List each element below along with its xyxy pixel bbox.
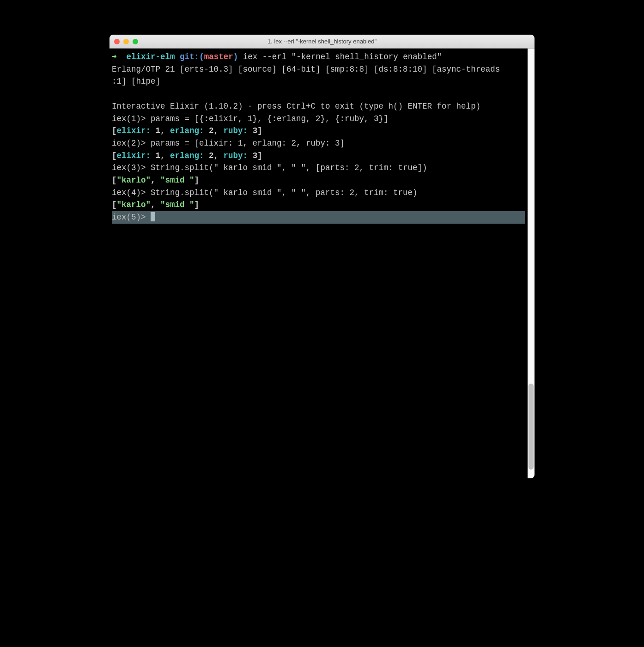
branch-paren-close: ) <box>233 52 238 61</box>
sep: , <box>151 200 160 209</box>
str-val: "smid " <box>160 176 194 185</box>
git-branch: master <box>204 52 233 61</box>
cursor-icon <box>151 212 155 221</box>
kw-key: elixir: <box>117 151 151 160</box>
list-open: [ <box>112 126 117 135</box>
sep: , <box>160 126 170 135</box>
branch-paren-open: ( <box>199 52 204 61</box>
iex-input-1: params = [{:elixir, 1}, {:erlang, 2}, {:… <box>146 114 389 123</box>
kw-key: erlang: <box>170 126 204 135</box>
list-open: [ <box>112 176 117 185</box>
sep: , <box>214 151 224 160</box>
iex-prompt-1: iex(1)> <box>112 114 146 123</box>
kw-val: 2 <box>204 126 214 135</box>
list-close: ] <box>257 126 262 135</box>
close-window-button[interactable] <box>114 39 120 44</box>
maximize-window-button[interactable] <box>133 39 138 44</box>
titlebar[interactable]: 1. iex --erl "-kernel shell_history enab… <box>109 35 535 49</box>
sep: , <box>151 176 160 185</box>
list-close: ] <box>257 151 262 160</box>
list-close: ] <box>194 200 200 209</box>
kw-key: ruby: <box>224 126 248 135</box>
list-open: [ <box>112 200 117 209</box>
iex-prompt-3: iex(3)> <box>112 163 146 172</box>
list-close: ] <box>194 176 200 185</box>
prompt-arrow-icon: ➜ <box>112 52 117 61</box>
iex-input-4: String.split(" karlo smid ", " ", parts:… <box>146 188 418 197</box>
cwd-label: elixir-elm <box>127 52 175 61</box>
kw-val: 1 <box>151 151 160 160</box>
list-open: [ <box>112 151 117 160</box>
erlang-banner: Erlang/OTP 21 [erts-10.3] [source] [64-b… <box>112 65 500 86</box>
iex-input-3: String.split(" karlo smid ", " ", [parts… <box>146 163 427 172</box>
iex-prompt-5: iex(5)> <box>112 213 151 222</box>
kw-val: 1 <box>151 126 160 135</box>
kw-key: erlang: <box>170 151 204 160</box>
sep: , <box>160 151 170 160</box>
kw-key: elixir: <box>117 126 151 135</box>
terminal-window: 1. iex --erl "-kernel shell_history enab… <box>109 35 535 478</box>
iex-input-2: params = [elixir: 1, erlang: 2, ruby: 3] <box>146 139 345 148</box>
scrollbar[interactable] <box>528 49 535 478</box>
iex-prompt-2: iex(2)> <box>112 139 146 148</box>
kw-val: 2 <box>204 151 214 160</box>
kw-val: 3 <box>248 151 257 160</box>
scrollbar-thumb[interactable] <box>529 384 534 470</box>
terminal-output[interactable]: ➜ elixir-elm git:(master) iex --erl "-ke… <box>109 49 528 478</box>
git-label: git: <box>180 52 199 61</box>
terminal-body: ➜ elixir-elm git:(master) iex --erl "-ke… <box>109 49 535 478</box>
kw-val: 3 <box>248 126 257 135</box>
str-val: "karlo" <box>117 176 151 185</box>
str-val: "smid " <box>160 200 194 209</box>
active-input-line[interactable]: iex(5)> <box>112 211 525 224</box>
kw-key: ruby: <box>224 151 248 160</box>
sep: , <box>214 126 224 135</box>
minimize-window-button[interactable] <box>123 39 129 44</box>
shell-command: iex --erl "-kernel shell_history enabled… <box>243 52 442 61</box>
iex-prompt-4: iex(4)> <box>112 188 146 197</box>
iex-info: Interactive Elixir (1.10.2) - press Ctrl… <box>112 102 480 111</box>
str-val: "karlo" <box>117 200 151 209</box>
traffic-lights <box>114 39 138 44</box>
window-title: 1. iex --erl "-kernel shell_history enab… <box>114 38 530 45</box>
